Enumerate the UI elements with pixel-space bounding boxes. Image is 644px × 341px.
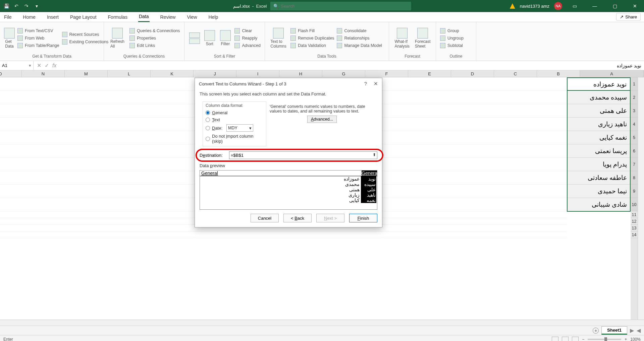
radio-general[interactable]: General	[206, 109, 263, 116]
col-header-K[interactable]: K	[151, 70, 194, 77]
tab-data[interactable]: Data	[138, 12, 150, 22]
destination-input[interactable]	[229, 151, 377, 159]
undo-icon[interactable]: ↶	[13, 2, 20, 10]
ungroup-button[interactable]: Ungroup	[440, 36, 464, 41]
tab-page-layout[interactable]: Page Layout	[69, 12, 97, 22]
what-if-button[interactable]: What-If Analysis	[392, 26, 413, 50]
zoom-out-icon[interactable]: −	[582, 337, 584, 341]
tab-view[interactable]: View	[186, 12, 198, 22]
col-header-F[interactable]: F	[365, 70, 408, 77]
text-to-columns-button[interactable]: Text to Columns	[268, 26, 289, 50]
sheet-nav-first-icon[interactable]: ◀	[637, 327, 641, 334]
advanced-filter[interactable]: Advanced	[234, 43, 261, 48]
row-header[interactable]: 3	[631, 104, 638, 118]
row-header[interactable]: 8	[631, 171, 638, 185]
avatar[interactable]: NA	[554, 2, 562, 10]
finish-button[interactable]: Finish	[349, 214, 377, 222]
advanced-button[interactable]: Advanced...	[307, 116, 337, 123]
col-header-B[interactable]: B	[537, 70, 580, 77]
horizontal-scrollbar[interactable]	[0, 320, 644, 326]
row-header[interactable]: 13	[631, 225, 638, 231]
view-page-layout-icon[interactable]	[562, 337, 569, 341]
redo-icon[interactable]: ↷	[23, 2, 30, 10]
data-validation[interactable]: Data Validation	[290, 43, 334, 48]
col-header-N[interactable]: N	[22, 70, 65, 77]
sort-az-button[interactable]	[187, 31, 202, 45]
col-header-I[interactable]: I	[236, 70, 279, 77]
queries-connections[interactable]: Queries & Connections	[129, 28, 180, 33]
vertical-scrollbar[interactable]	[638, 77, 644, 320]
subtotal-button[interactable]: Subtotal	[440, 43, 464, 48]
col-header-M[interactable]: M	[65, 70, 108, 77]
col-header-C[interactable]: C	[494, 70, 537, 77]
next-button[interactable]: Next >	[316, 214, 344, 222]
warning-icon[interactable]	[510, 3, 515, 9]
properties[interactable]: Properties	[129, 36, 180, 41]
cell-A10[interactable]: شادی شیبانی	[567, 198, 631, 211]
existing-connections[interactable]: Existing Connections	[62, 39, 109, 45]
cell-A8[interactable]: عاطفه سعادتی	[567, 171, 631, 185]
tab-file[interactable]: File	[3, 12, 12, 22]
row-header[interactable]: 4	[631, 118, 638, 131]
dialog-close-icon[interactable]: ✕	[374, 81, 378, 87]
formula-value[interactable]: نوید عموزاده	[60, 63, 644, 68]
search-input[interactable]	[281, 4, 408, 9]
relationships[interactable]: Relationships	[337, 36, 382, 41]
cell-A2[interactable]: سپیده محمدی	[567, 91, 631, 104]
cell-A1[interactable]: نوید عموزاده	[567, 77, 631, 91]
username[interactable]: navid1373 amz	[520, 4, 549, 9]
cell-A5[interactable]: نغمه کیایی	[567, 131, 631, 144]
radio-date[interactable]: Date: MDY▾	[206, 123, 263, 133]
sort-button[interactable]: Sort	[202, 29, 217, 48]
col-header-O[interactable]: O	[0, 70, 22, 77]
row-header[interactable]: 9	[631, 185, 638, 198]
from-text-csv[interactable]: From Text/CSV	[17, 28, 59, 33]
zoom-in-icon[interactable]: +	[625, 337, 627, 341]
cell-A9[interactable]: نیما حمیدی	[567, 185, 631, 198]
row-header[interactable]: 1	[631, 77, 638, 91]
edit-links[interactable]: Edit Links	[129, 43, 180, 48]
range-picker-icon[interactable]: ⬆	[373, 152, 376, 157]
cell-A6[interactable]: پریسا نعمتی	[567, 144, 631, 158]
col-header-E[interactable]: E	[408, 70, 451, 77]
row-header[interactable]: 7	[631, 158, 638, 171]
autosave-icon[interactable]: 💾	[3, 2, 10, 10]
col-header-G[interactable]: G	[322, 70, 365, 77]
manage-data-model[interactable]: Manage Data Model	[337, 43, 382, 48]
zoom-slider[interactable]	[588, 339, 621, 340]
cell-A4[interactable]: ناهید زیاری	[567, 118, 631, 131]
group-button[interactable]: Group	[440, 28, 464, 33]
minimize-icon[interactable]: —	[587, 0, 602, 12]
tab-formulas[interactable]: Formulas	[107, 12, 128, 22]
name-box[interactable]: A1▾	[0, 61, 34, 70]
recent-sources[interactable]: Recent Sources	[62, 32, 109, 37]
remove-duplicates[interactable]: Remove Duplicates	[290, 36, 334, 41]
cell-A3[interactable]: علی همتی	[567, 104, 631, 118]
tab-review[interactable]: Review	[160, 12, 176, 22]
col-header-H[interactable]: H	[279, 70, 322, 77]
accept-formula-icon[interactable]: ✓	[45, 62, 49, 69]
from-web[interactable]: From Web	[17, 36, 59, 41]
ribbon-options-icon[interactable]: ▭	[567, 0, 582, 12]
radio-skip[interactable]: Do not import column (skip)	[206, 133, 263, 145]
row-header[interactable]: 6	[631, 144, 638, 158]
cancel-formula-icon[interactable]: ✕	[37, 62, 41, 69]
date-format-select[interactable]: MDY▾	[226, 124, 253, 132]
sheet-tab[interactable]: Sheet1	[601, 326, 627, 335]
filter-button[interactable]: Filter	[217, 29, 233, 48]
row-header[interactable]: 14	[631, 231, 638, 238]
qat-more-icon[interactable]: ▾	[33, 2, 40, 10]
col-header-D[interactable]: D	[451, 70, 494, 77]
forecast-sheet-button[interactable]: Forecast Sheet	[413, 26, 433, 50]
zoom-level[interactable]: 100%	[630, 337, 641, 341]
from-table-range[interactable]: From Table/Range	[17, 43, 59, 48]
row-header[interactable]: 10	[631, 198, 638, 211]
radio-text[interactable]: Text	[206, 116, 263, 123]
row-header[interactable]: 2	[631, 91, 638, 104]
view-normal-icon[interactable]	[552, 337, 558, 341]
dialog-help-icon[interactable]: ?	[364, 81, 367, 87]
back-button[interactable]: < Back	[283, 214, 312, 222]
row-header[interactable]: 5	[631, 131, 638, 144]
tab-home[interactable]: Home	[22, 12, 36, 22]
col-header-J[interactable]: J	[194, 70, 236, 77]
